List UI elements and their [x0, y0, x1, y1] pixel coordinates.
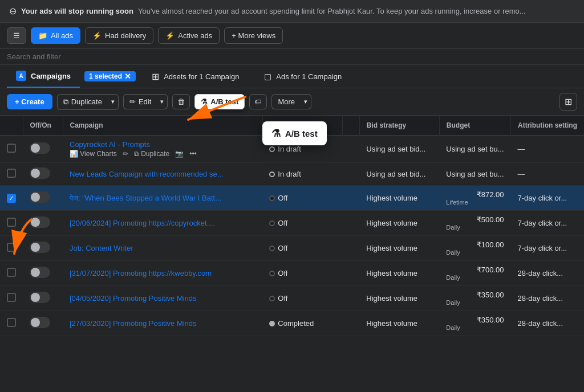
row-checkbox[interactable] [7, 293, 16, 302]
row-checkbox[interactable] [7, 243, 16, 252]
col-delivery-filter [342, 116, 359, 136]
row-campaign-cell: New Leads Campaign with recommended se..… [63, 163, 262, 186]
row-attribution: 7-day click or... [511, 186, 584, 211]
campaign-name[interactable]: [20/06/2024] Promoting https://copyrocke… [70, 219, 229, 227]
budget-type: Daily [446, 299, 504, 306]
more-link[interactable]: ••• [189, 150, 197, 158]
camera-icon[interactable]: 📷 [175, 150, 184, 158]
columns-button[interactable]: ⊞ [559, 93, 577, 111]
row-toggle[interactable] [30, 317, 50, 328]
ab-test-icon: ⚗ [201, 97, 208, 106]
more-caret[interactable]: ▾ [301, 94, 311, 109]
col-checkbox [0, 116, 23, 136]
campaign-name[interactable]: [04/05/2020] Promoting Positive Minds [70, 294, 229, 303]
campaign-name[interactable]: पेज: "When Bees Stopped a World War I Ba… [70, 194, 229, 203]
pencil-icon[interactable]: ✏ [123, 150, 128, 158]
row-checkbox-cell[interactable] [0, 311, 23, 336]
row-delivery-filter [342, 236, 359, 261]
duplicate-button[interactable]: ⧉ Duplicate [57, 94, 108, 110]
had-delivery-button[interactable]: ⚡ Had delivery [85, 27, 153, 44]
row-delivery-filter [342, 163, 359, 186]
row-checkbox-cell[interactable] [0, 286, 23, 311]
selected-badge[interactable]: 1 selected ✕ [84, 71, 136, 81]
row-toggle-cell[interactable] [23, 136, 63, 163]
budget-type: Daily [446, 274, 504, 281]
toolbar: + Create ⧉ Duplicate ▾ ✏ Edit ▾ 🗑 ⚗ A/B … [0, 88, 584, 116]
row-toggle[interactable] [30, 191, 50, 203]
row-toggle[interactable] [30, 217, 50, 228]
more-views-button[interactable]: + More views [224, 27, 283, 44]
more-button-group: More ▾ [271, 94, 311, 109]
edit-caret[interactable]: ▾ [157, 94, 168, 109]
duplicate-caret[interactable]: ▾ [108, 94, 119, 110]
row-attribution: 28-day click... [511, 261, 584, 286]
row-checkbox[interactable] [7, 144, 16, 153]
row-campaign-cell: [31/07/2020] Promoting https://kwebby.co… [63, 261, 262, 286]
view-charts-link[interactable]: 📊 View Charts [70, 150, 117, 158]
row-checkbox[interactable] [7, 169, 16, 178]
campaign-name[interactable]: Copyrocket AI - Prompts [70, 140, 229, 149]
tab-ads[interactable]: ▢ Ads for 1 Campaign [255, 67, 351, 85]
row-checkbox-cell[interactable] [0, 136, 23, 163]
row-campaign-cell: पेज: "When Bees Stopped a World War I Ba… [63, 186, 262, 211]
budget-type: Daily [446, 224, 504, 231]
tag-icon: 🏷 [254, 97, 262, 106]
campaign-name[interactable]: New Leads Campaign with recommended se..… [70, 170, 229, 178]
row-checkbox[interactable] [7, 218, 16, 227]
tab-campaigns[interactable]: A Campaigns [7, 65, 80, 88]
edit-icon: ✏ [129, 97, 136, 106]
row-bid-strategy: Using ad set bid... [359, 136, 439, 163]
row-toggle[interactable] [30, 267, 50, 278]
edit-button[interactable]: ✏ Edit [123, 94, 157, 109]
campaign-name[interactable]: [27/03/2020] Promoting Positive Minds [70, 319, 229, 328]
row-toggle-cell[interactable] [23, 261, 63, 286]
campaign-name[interactable]: Job: Content Writer [70, 244, 229, 252]
row-delivery-filter [342, 286, 359, 311]
row-toggle[interactable] [30, 168, 50, 179]
row-toggle-cell[interactable] [23, 211, 63, 236]
delete-button[interactable]: 🗑 [172, 94, 190, 109]
row-toggle-cell[interactable] [23, 286, 63, 311]
row-toggle-cell[interactable] [23, 163, 63, 186]
campaign-name[interactable]: [31/07/2020] Promoting https://kwebby.co… [70, 269, 229, 277]
row-toggle[interactable] [30, 242, 50, 253]
create-button[interactable]: + Create [7, 94, 52, 109]
col-campaign: Campaign [63, 116, 262, 136]
row-budget: ₹350.00 Daily [439, 311, 510, 336]
row-checkbox-cell[interactable] [0, 261, 23, 286]
budget-value: ₹100.00 [446, 240, 504, 249]
row-checkbox-cell[interactable] [0, 236, 23, 261]
all-ads-button[interactable]: 📁 All ads [31, 27, 80, 44]
duplicate-link[interactable]: ⧉ Duplicate [134, 150, 169, 158]
row-checkbox[interactable] [7, 318, 16, 327]
row-checkbox-cell[interactable] [0, 163, 23, 186]
row-budget: ₹700.00 Daily [439, 261, 510, 286]
row-checkbox[interactable] [7, 268, 16, 277]
row-delivery-cell: Off [262, 211, 342, 236]
row-toggle-cell[interactable] [23, 311, 63, 336]
row-attribution: — [511, 136, 584, 163]
row-toggle[interactable] [30, 142, 50, 154]
row-budget: ₹350.00 Daily [439, 286, 510, 311]
row-bid-strategy: Highest volume [359, 286, 439, 311]
lightning-icon: ⚡ [92, 31, 102, 40]
search-input[interactable] [7, 52, 121, 61]
active-ads-button[interactable]: ⚡ Active ads [158, 27, 220, 44]
row-checkbox-cell[interactable]: ✓ [0, 186, 23, 211]
row-delivery-cell: Off [262, 186, 342, 211]
tab-adsets[interactable]: ⊞ Adsets for 1 Campaign [143, 67, 248, 87]
row-toggle-cell[interactable] [23, 236, 63, 261]
filter-button[interactable]: ☰ [7, 27, 26, 44]
row-toggle-cell[interactable] [23, 186, 63, 211]
ab-test-button[interactable]: ⚗ A/B test [194, 94, 245, 109]
row-checkbox-cell[interactable] [0, 211, 23, 236]
row-attribution: — [511, 163, 584, 186]
row-campaign-cell: [04/05/2020] Promoting Positive Minds [63, 286, 262, 311]
row-delivery-filter [342, 211, 359, 236]
more-button[interactable]: More [271, 94, 301, 109]
close-selected-icon[interactable]: ✕ [124, 72, 131, 80]
tab-header: A Campaigns 1 selected ✕ ⊞ Adsets for 1 … [0, 65, 584, 88]
row-toggle[interactable] [30, 292, 50, 303]
row-checkbox[interactable]: ✓ [7, 194, 16, 203]
tag-button[interactable]: 🏷 [249, 94, 267, 109]
